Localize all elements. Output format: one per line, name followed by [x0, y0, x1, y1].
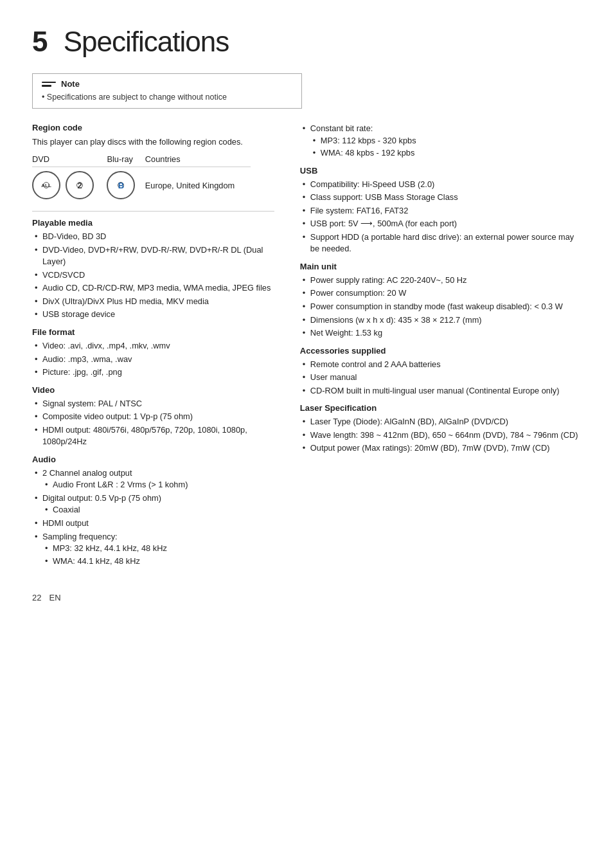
- dvd-code-images: ALL 2: [32, 171, 94, 199]
- list-item: Dimensions (w x h x d): 435 × 38 × 212.7…: [300, 314, 581, 327]
- laser-section: Laser Specification Laser Type (Diode): …: [300, 403, 581, 455]
- list-item: WMA: 44.1 kHz, 48 kHz: [42, 556, 274, 568]
- file-format-section: File format Video: .avi, .divx, .mp4, .m…: [32, 327, 274, 379]
- page-title: 5 Specifications: [32, 26, 581, 58]
- list-item: MP3: 112 kbps - 320 kpbs: [310, 135, 581, 147]
- video-section: Video Signal system: PAL / NTSC Composit…: [32, 385, 274, 448]
- list-item: Output power (Max ratings): 20mW (BD), 7…: [300, 442, 581, 455]
- left-column: Region code This player can play discs w…: [32, 123, 294, 574]
- col-countries: Countries: [145, 153, 251, 167]
- section-divider-1: [32, 211, 274, 212]
- list-item: Sampling frequency: MP3: 32 kHz, 44.1 kH…: [32, 531, 274, 568]
- list-item: Compatibility: Hi-Speed USB (2.0): [300, 179, 581, 191]
- usb-list: Compatibility: Hi-Speed USB (2.0) Class …: [300, 179, 581, 255]
- list-item: VCD/SVCD: [32, 269, 274, 282]
- list-item: Laser Type (Diode): AlGaInN (BD), AlGaIn…: [300, 416, 581, 428]
- list-item: HDMI output: [32, 518, 274, 530]
- dvd-2-disc: 2: [66, 171, 94, 199]
- file-format-list: Video: .avi, .divx, .mp4, .mkv, .wmv Aud…: [32, 340, 274, 379]
- page-footer: 22 EN: [32, 593, 581, 602]
- col-dvd: DVD: [32, 153, 107, 167]
- list-item: HDMI output: 480i/576i, 480p/576p, 720p,…: [32, 424, 274, 448]
- list-item: Digital output: 0.5 Vp-p (75 ohm) Coaxia…: [32, 493, 274, 516]
- bluray-code-cell: B: [107, 167, 145, 203]
- right-column: Constant bit rate: MP3: 112 kbps - 320 k…: [294, 123, 581, 574]
- list-item: Signal system: PAL / NTSC: [32, 398, 274, 410]
- list-item: DVD-Video, DVD+R/+RW, DVD-R/-RW, DVD+R/-…: [32, 244, 274, 268]
- audio-section: Audio 2 Channel analog output Audio Fron…: [32, 455, 274, 567]
- region-code-title: Region code: [32, 123, 274, 132]
- list-item: Constant bit rate: MP3: 112 kbps - 320 k…: [300, 123, 581, 159]
- list-item: Power supply rating: AC 220-240V~, 50 Hz: [300, 275, 581, 287]
- list-item: DivX (Ultra)/DivX Plus HD media, MKV med…: [32, 296, 274, 308]
- list-item: MP3: 32 kHz, 44.1 kHz, 48 kHz: [42, 543, 274, 555]
- bluray-b-disc: B: [107, 171, 135, 199]
- list-item: Audio Front L&R : 2 Vrms (> 1 kohm): [42, 479, 274, 491]
- list-item: CD-ROM built in multi-lingual user manua…: [300, 385, 581, 397]
- list-item: Support HDD (a portable hard disc drive)…: [300, 231, 581, 255]
- playable-media-title: Playable media: [32, 218, 274, 228]
- region-code-section: Region code This player can play discs w…: [32, 123, 274, 202]
- list-item: Picture: .jpg, .gif, .png: [32, 366, 274, 379]
- region-code-desc: This player can play discs with the foll…: [32, 136, 274, 148]
- chapter-number: 5: [32, 26, 47, 57]
- list-item: USB port: 5V ⟶, 500mA (for each port): [300, 218, 581, 230]
- region-code-table: DVD Blu-ray Countries ALL: [32, 153, 251, 202]
- constant-bit-rate-list: Constant bit rate: MP3: 112 kbps - 320 k…: [300, 123, 581, 159]
- two-column-layout: Region code This player can play discs w…: [32, 123, 581, 574]
- video-list: Signal system: PAL / NTSC Composite vide…: [32, 398, 274, 448]
- list-item: Power consumption: 20 W: [300, 287, 581, 300]
- usb-title: USB: [300, 166, 581, 176]
- file-format-title: File format: [32, 327, 274, 337]
- note-label: Note: [61, 79, 80, 89]
- note-box: Note • Specifications are subject to cha…: [32, 73, 302, 109]
- footer-page-number: 22: [32, 593, 41, 602]
- list-item: File system: FAT16, FAT32: [300, 205, 581, 217]
- note-icon: [42, 82, 56, 87]
- list-item: Remote control and 2 AAA batteries: [300, 359, 581, 371]
- main-unit-title: Main unit: [300, 262, 581, 271]
- main-unit-section: Main unit Power supply rating: AC 220-24…: [300, 262, 581, 339]
- accessories-section: Accessories supplied Remote control and …: [300, 346, 581, 397]
- constant-bit-rate-section: Constant bit rate: MP3: 112 kbps - 320 k…: [300, 123, 581, 159]
- list-item: Coaxial: [42, 504, 274, 516]
- list-item: 2 Channel analog output Audio Front L&R …: [32, 467, 274, 491]
- list-item: WMA: 48 kpbs - 192 kpbs: [310, 147, 581, 159]
- list-item: Class support: USB Mass Storage Class: [300, 192, 581, 204]
- list-item: Audio CD, CD-R/CD-RW, MP3 media, WMA med…: [32, 282, 274, 294]
- countries-text: Europe, United Kingdom: [145, 181, 235, 190]
- list-item: BD-Video, BD 3D: [32, 231, 274, 243]
- playable-media-section: Playable media BD-Video, BD 3D DVD-Video…: [32, 218, 274, 321]
- col-bluray: Blu-ray: [107, 153, 145, 167]
- list-item: User manual: [300, 372, 581, 384]
- accessories-list: Remote control and 2 AAA batteries User …: [300, 359, 581, 397]
- note-header: Note: [42, 79, 292, 89]
- list-item: Power consumption in standby mode (fast …: [300, 301, 581, 313]
- list-item: USB storage device: [32, 309, 274, 321]
- dvd-codes-cell: ALL 2: [32, 167, 107, 203]
- audio-title: Audio: [32, 455, 274, 464]
- list-item: Video: .avi, .divx, .mp4, .mkv, .wmv: [32, 340, 274, 352]
- chapter-title-text: Specifications: [64, 26, 229, 57]
- footer-language: EN: [49, 593, 60, 602]
- main-unit-list: Power supply rating: AC 220-240V~, 50 Hz…: [300, 275, 581, 339]
- note-item-text: Specifications are subject to change wit…: [47, 93, 227, 102]
- laser-title: Laser Specification: [300, 403, 581, 413]
- note-body: • Specifications are subject to change w…: [42, 93, 292, 102]
- playable-media-list: BD-Video, BD 3D DVD-Video, DVD+R/+RW, DV…: [32, 231, 274, 321]
- list-item: Composite video output: 1 Vp-p (75 ohm): [32, 411, 274, 423]
- usb-section: USB Compatibility: Hi-Speed USB (2.0) Cl…: [300, 166, 581, 255]
- list-item: Net Weight: 1.53 kg: [300, 327, 581, 339]
- dvd-all-disc: ALL: [32, 171, 60, 199]
- audio-list: 2 Channel analog output Audio Front L&R …: [32, 467, 274, 567]
- accessories-title: Accessories supplied: [300, 346, 581, 356]
- list-item: Audio: .mp3, .wma, .wav: [32, 354, 274, 366]
- countries-cell: Europe, United Kingdom: [145, 167, 251, 203]
- list-item: Wave length: 398 ~ 412nm (BD), 650 ~ 664…: [300, 429, 581, 442]
- video-title: Video: [32, 385, 274, 395]
- laser-list: Laser Type (Diode): AlGaInN (BD), AlGaIn…: [300, 416, 581, 455]
